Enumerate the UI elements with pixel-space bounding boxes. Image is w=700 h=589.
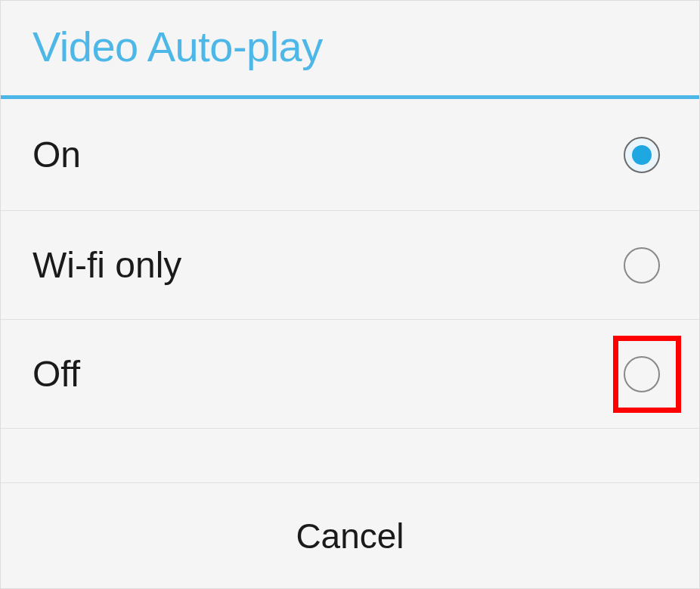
option-on[interactable]: On bbox=[1, 99, 699, 211]
option-label: On bbox=[33, 134, 81, 175]
cancel-label: Cancel bbox=[296, 516, 404, 556]
video-autoplay-dialog: Video Auto-play On Wi-fi only Off Cancel bbox=[0, 0, 700, 589]
radio-selected-icon bbox=[624, 137, 660, 173]
option-label: Wi-fi only bbox=[33, 244, 181, 286]
option-label: Off bbox=[33, 353, 80, 395]
cancel-button[interactable]: Cancel bbox=[1, 482, 699, 588]
radio-unselected-icon bbox=[624, 247, 660, 284]
option-off[interactable]: Off bbox=[1, 320, 699, 429]
radio-unselected-icon bbox=[624, 356, 660, 392]
dialog-title: Video Auto-play bbox=[33, 22, 667, 71]
options-list: On Wi-fi only Off bbox=[1, 99, 699, 482]
dialog-header: Video Auto-play bbox=[1, 1, 699, 95]
option-wifi-only[interactable]: Wi-fi only bbox=[1, 211, 699, 320]
